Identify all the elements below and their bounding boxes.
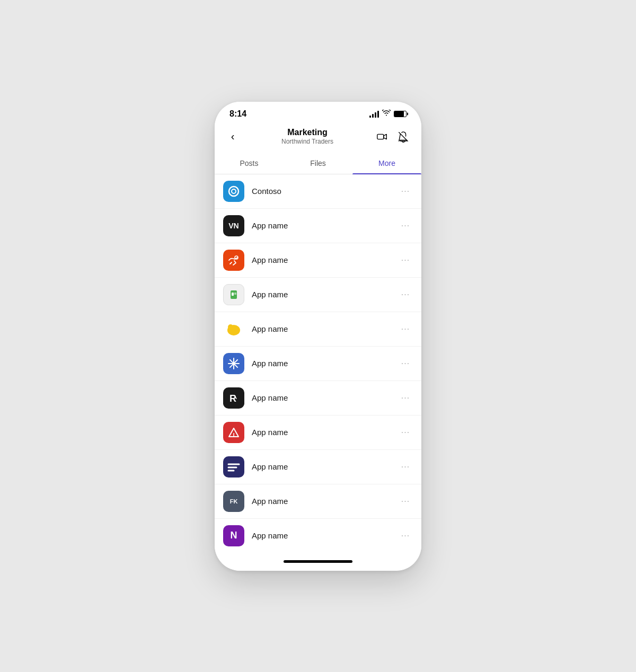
app-name: App name <box>252 359 398 368</box>
home-bar <box>284 560 352 563</box>
app-name: Contoso <box>252 187 398 196</box>
header: ‹ Marketing Northwind Traders <box>215 123 421 153</box>
app-icon-onenote: N <box>223 525 244 546</box>
list-item[interactable]: Contoso ··· <box>215 174 421 209</box>
wifi-icon <box>382 110 391 118</box>
app-name: App name <box>252 221 398 230</box>
app-more-button[interactable]: ··· <box>398 287 413 302</box>
app-icon-va: VN <box>223 215 244 236</box>
app-icon-yellow <box>223 319 244 340</box>
app-name: App name <box>252 255 398 264</box>
battery-icon <box>394 111 407 117</box>
app-more-button[interactable]: ··· <box>398 391 413 405</box>
svg-rect-0 <box>377 134 384 139</box>
svg-point-2 <box>229 187 238 196</box>
list-item[interactable]: App name ··· <box>215 243 421 278</box>
app-more-button[interactable]: ··· <box>398 218 413 233</box>
app-name: App name <box>252 497 398 506</box>
list-item[interactable]: FK App name ··· <box>215 484 421 519</box>
header-title-group: Marketing Northwind Traders <box>242 128 373 145</box>
list-item[interactable]: App name ··· <box>215 450 421 484</box>
app-list: Contoso ··· VN App name ··· App name ··· <box>215 174 421 553</box>
app-more-button[interactable]: ··· <box>398 528 413 543</box>
app-icon-red-mountain <box>223 422 244 443</box>
tab-more[interactable]: More <box>352 153 421 174</box>
bell-off-icon <box>398 131 409 143</box>
list-item[interactable]: N App name ··· <box>215 519 421 553</box>
status-time: 8:14 <box>229 109 246 119</box>
app-icon-fk: FK <box>223 491 244 512</box>
home-indicator <box>215 553 421 571</box>
app-name: App name <box>252 462 398 471</box>
svg-point-3 <box>232 189 236 193</box>
app-more-button[interactable]: ··· <box>398 322 413 337</box>
app-name: App name <box>252 393 398 402</box>
app-more-button[interactable]: ··· <box>398 253 413 268</box>
app-icon-contoso <box>223 181 244 202</box>
header-actions <box>373 127 413 146</box>
back-icon: ‹ <box>231 130 235 143</box>
app-icon-stripe <box>223 456 244 478</box>
svg-point-10 <box>228 324 233 330</box>
app-more-button[interactable]: ··· <box>398 425 413 440</box>
list-item[interactable]: App name ··· <box>215 347 421 381</box>
app-more-button[interactable]: ··· <box>398 494 413 509</box>
app-icon-snowflake <box>223 353 244 374</box>
app-icon-green-card <box>223 284 244 305</box>
app-icon-handshake <box>223 250 244 271</box>
video-call-button[interactable] <box>373 127 392 146</box>
svg-rect-6 <box>232 293 234 296</box>
tab-files[interactable]: Files <box>284 153 352 174</box>
phone-frame: 8:14 ‹ <box>215 102 421 571</box>
video-icon <box>376 131 388 143</box>
app-icon-dark-r: R <box>223 387 244 409</box>
team-name: Northwind Traders <box>242 138 373 145</box>
app-name: App name <box>252 290 398 299</box>
app-name: App name <box>252 428 398 437</box>
svg-text:R: R <box>229 393 236 404</box>
app-name: App name <box>252 531 398 540</box>
tab-posts[interactable]: Posts <box>215 153 284 174</box>
app-more-button[interactable]: ··· <box>398 184 413 199</box>
status-icons <box>369 110 407 118</box>
channel-title: Marketing <box>242 128 373 137</box>
list-item[interactable]: App name ··· <box>215 415 421 450</box>
app-name: App name <box>252 324 398 333</box>
status-bar: 8:14 <box>215 102 421 123</box>
list-item[interactable]: App name ··· <box>215 278 421 312</box>
mute-notifications-button[interactable] <box>394 127 413 146</box>
list-item[interactable]: R App name ··· <box>215 381 421 415</box>
signal-icon <box>369 110 379 118</box>
tab-bar: Posts Files More <box>215 153 421 174</box>
back-button[interactable]: ‹ <box>223 127 242 146</box>
list-item[interactable]: App name ··· <box>215 312 421 347</box>
app-more-button[interactable]: ··· <box>398 459 413 474</box>
list-item[interactable]: VN App name ··· <box>215 209 421 243</box>
app-more-button[interactable]: ··· <box>398 356 413 371</box>
